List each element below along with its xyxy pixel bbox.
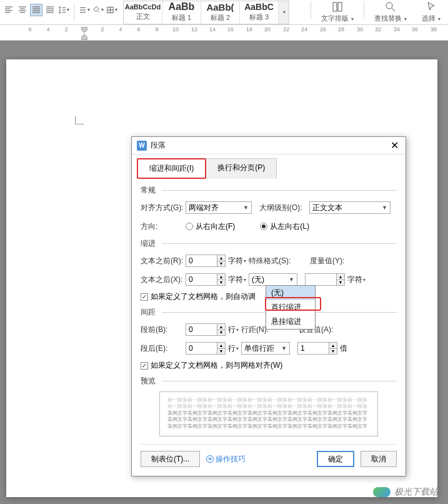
paragraph-dialog: W 段落 ✕ 缩进和间距(I) 换行和分页(P) 常规 对齐方式(G): 两端对…: [131, 136, 406, 476]
tab-indent-spacing[interactable]: 缩进和间距(I): [137, 158, 206, 179]
svg-rect-1: [333, 3, 337, 11]
lightbulb-icon: ☀: [206, 455, 214, 463]
dialog-title: 段落: [151, 140, 166, 151]
ok-button[interactable]: 确定: [317, 451, 354, 467]
spacing-grid-checkbox[interactable]: ✓ 如果定义了文档网格，则与网格对齐(W): [141, 360, 397, 371]
find-replace-btn[interactable]: 查找替换 ▾: [367, 1, 414, 23]
tips-link[interactable]: ☀操作技巧: [206, 454, 246, 465]
section-indent: 缩进: [141, 238, 397, 249]
space-before-label: 段前(B):: [141, 325, 186, 335]
outline-select[interactable]: 正文文本▼: [309, 201, 391, 214]
cancel-button[interactable]: 取消: [361, 451, 397, 467]
document-area: W 段落 ✕ 缩进和间距(I) 换行和分页(P) 常规 对齐方式(G): 两端对…: [0, 41, 448, 504]
dialog-titlebar[interactable]: W 段落 ✕: [132, 137, 406, 154]
shading-btn[interactable]: ▾: [92, 4, 104, 16]
app-icon: W: [137, 141, 147, 151]
line-spacing-btn[interactable]: ▾: [57, 4, 70, 16]
style-heading2[interactable]: AaBb( 标题 2: [201, 1, 240, 24]
svg-rect-2: [338, 3, 342, 11]
borders-btn[interactable]: ▾: [106, 4, 118, 16]
svg-point-3: [386, 3, 392, 9]
section-preview: 预览: [141, 376, 397, 386]
space-after-spinner[interactable]: ▲▼: [186, 342, 226, 355]
dropdown-item-none[interactable]: (无): [266, 286, 315, 300]
align-distribute-btn[interactable]: [44, 4, 56, 16]
align-left-btn[interactable]: [2, 4, 15, 16]
paragraph-tools: ▾ ▾ ▾ ▾: [0, 4, 121, 21]
cursor-icon: [426, 1, 437, 13]
ribbon: ▾ ▾ ▾ ▾ AaBbCcDd 正文 AaBb 标题 1 AaBb( 标题 2…: [0, 0, 448, 25]
search-icon: [385, 1, 396, 13]
measure-spinner[interactable]: ▲▼: [305, 273, 345, 286]
alignment-label: 对齐方式(G):: [141, 203, 186, 213]
space-before-spinner[interactable]: ▲▼: [186, 323, 226, 336]
tabs-button[interactable]: 制表位(T)...: [141, 451, 200, 467]
space-after-label: 段后(E):: [141, 343, 186, 354]
para-spacing-btn[interactable]: ▾: [78, 4, 91, 16]
ruler[interactable]: 6 4 2 2 4 6 8 10 12 14 16 18 20 22 24 26…: [0, 25, 448, 41]
text-after-label: 文本之后(X):: [141, 275, 186, 285]
style-heading1[interactable]: AaBb 标题 1: [162, 1, 201, 24]
text-before-label: 文本之前(R):: [141, 256, 186, 266]
section-general: 常规: [141, 185, 397, 196]
align-center-btn[interactable]: [16, 4, 29, 16]
watermark: 极光下载站: [373, 486, 438, 498]
rtl-radio[interactable]: 从右向左(F): [186, 221, 235, 232]
watermark-icon: [373, 487, 391, 497]
line-spacing-select[interactable]: 单倍行距▼: [241, 342, 290, 355]
dropdown-item-hanging[interactable]: 悬挂缩进: [266, 315, 315, 329]
close-button[interactable]: ✕: [388, 139, 401, 152]
text-layout-btn[interactable]: 文字排版 ▾: [314, 1, 361, 23]
measure-label: 度量值(Y):: [310, 256, 354, 266]
text-before-spinner[interactable]: ▲▼: [186, 255, 226, 267]
style-gallery: AaBbCcDd 正文 AaBb 标题 1 AaBb( 标题 2 AaBbC 标…: [123, 1, 289, 24]
special-format-dropdown: (无) 首行缩进 悬挂缩进: [266, 285, 316, 330]
left-indent-marker[interactable]: [81, 34, 87, 40]
text-after-spinner[interactable]: ▲▼: [186, 273, 226, 286]
paragraph-mark: [75, 116, 84, 124]
select-btn[interactable]: 选择 ▾: [414, 1, 448, 23]
style-body[interactable]: AaBbCcDd 正文: [124, 1, 162, 24]
style-gallery-more[interactable]: ▾: [279, 1, 289, 24]
direction-label: 方向:: [141, 221, 186, 232]
outline-label: 大纲级别(O):: [259, 203, 309, 213]
text-layout-icon: [332, 1, 343, 13]
setat-spinner[interactable]: ▲▼: [297, 342, 337, 355]
first-line-indent-marker[interactable]: [81, 27, 87, 33]
dropdown-item-firstline[interactable]: 首行缩进: [266, 300, 315, 315]
tab-pagination[interactable]: 换行和分页(P): [206, 158, 277, 179]
alignment-select[interactable]: 两端对齐▼: [186, 201, 252, 214]
ltr-radio[interactable]: 从左向右(L): [260, 221, 309, 232]
align-justify-btn[interactable]: [30, 4, 42, 16]
special-format-label: 特殊格式(S):: [249, 256, 297, 266]
special-format-select[interactable]: (无)▼: [249, 273, 297, 286]
preview-box: 前一段落前一段落前一段落前一段落前一段落前一段落前一段落前一段落前一段落前一段落…: [159, 391, 378, 436]
style-heading3[interactable]: AaBbC 标题 3: [240, 1, 279, 24]
